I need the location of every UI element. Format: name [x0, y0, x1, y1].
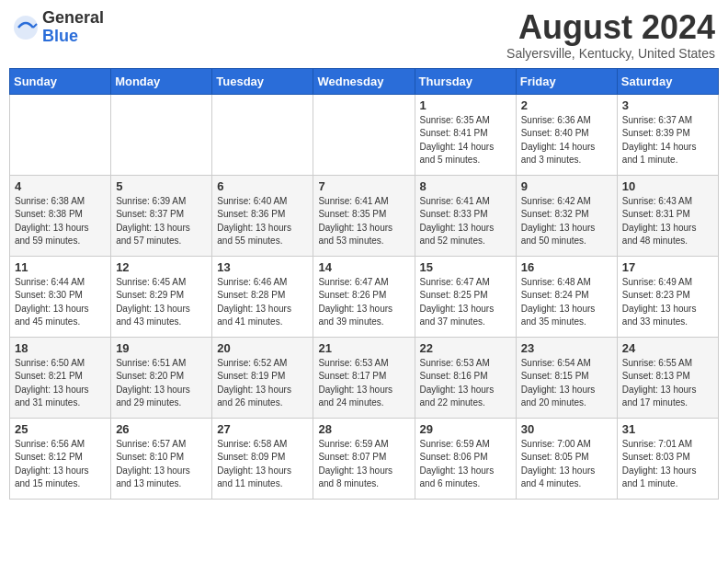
month-year-title: August 2024	[506, 9, 715, 46]
cell-info: Sunrise: 6:43 AM Sunset: 8:31 PM Dayligh…	[622, 195, 713, 248]
day-header-friday: Friday	[516, 68, 617, 94]
calendar-cell: 3Sunrise: 6:37 AM Sunset: 8:39 PM Daylig…	[617, 94, 718, 175]
day-number: 10	[622, 179, 713, 193]
week-row-3: 11Sunrise: 6:44 AM Sunset: 8:30 PM Dayli…	[10, 256, 719, 337]
cell-info: Sunrise: 6:41 AM Sunset: 8:35 PM Dayligh…	[318, 195, 409, 248]
calendar-cell: 15Sunrise: 6:47 AM Sunset: 8:25 PM Dayli…	[415, 256, 516, 337]
day-number: 16	[521, 260, 612, 274]
day-number: 31	[622, 422, 713, 436]
day-number: 3	[622, 98, 713, 112]
logo-general: General	[42, 9, 104, 28]
calendar-cell: 19Sunrise: 6:51 AM Sunset: 8:20 PM Dayli…	[111, 337, 212, 418]
day-number: 26	[116, 422, 207, 436]
day-header-wednesday: Wednesday	[313, 68, 415, 94]
calendar-cell: 20Sunrise: 6:52 AM Sunset: 8:19 PM Dayli…	[212, 337, 313, 418]
cell-info: Sunrise: 6:51 AM Sunset: 8:20 PM Dayligh…	[116, 357, 207, 410]
cell-info: Sunrise: 6:37 AM Sunset: 8:39 PM Dayligh…	[622, 114, 713, 167]
day-number: 6	[217, 179, 308, 193]
cell-info: Sunrise: 6:40 AM Sunset: 8:36 PM Dayligh…	[217, 195, 308, 248]
cell-info: Sunrise: 6:45 AM Sunset: 8:29 PM Dayligh…	[116, 276, 207, 329]
cell-info: Sunrise: 6:52 AM Sunset: 8:19 PM Dayligh…	[217, 357, 308, 410]
calendar-cell: 13Sunrise: 6:46 AM Sunset: 8:28 PM Dayli…	[212, 256, 313, 337]
cell-info: Sunrise: 6:50 AM Sunset: 8:21 PM Dayligh…	[15, 357, 106, 410]
calendar-cell	[10, 94, 111, 175]
day-header-sunday: Sunday	[10, 68, 111, 94]
day-number: 25	[15, 422, 106, 436]
cell-info: Sunrise: 6:58 AM Sunset: 8:09 PM Dayligh…	[217, 438, 308, 491]
cell-info: Sunrise: 6:39 AM Sunset: 8:37 PM Dayligh…	[116, 195, 207, 248]
calendar-cell: 6Sunrise: 6:40 AM Sunset: 8:36 PM Daylig…	[212, 175, 313, 256]
cell-info: Sunrise: 6:54 AM Sunset: 8:15 PM Dayligh…	[521, 357, 612, 410]
calendar-cell: 21Sunrise: 6:53 AM Sunset: 8:17 PM Dayli…	[313, 337, 415, 418]
cell-info: Sunrise: 6:41 AM Sunset: 8:33 PM Dayligh…	[420, 195, 511, 248]
calendar-cell: 25Sunrise: 6:56 AM Sunset: 8:12 PM Dayli…	[10, 418, 111, 499]
calendar-cell	[212, 94, 313, 175]
week-row-2: 4Sunrise: 6:38 AM Sunset: 8:38 PM Daylig…	[10, 175, 719, 256]
calendar-cell	[111, 94, 212, 175]
day-number: 14	[318, 260, 409, 274]
cell-info: Sunrise: 6:49 AM Sunset: 8:23 PM Dayligh…	[622, 276, 713, 329]
cell-info: Sunrise: 6:44 AM Sunset: 8:30 PM Dayligh…	[15, 276, 106, 329]
cell-info: Sunrise: 6:59 AM Sunset: 8:06 PM Dayligh…	[420, 438, 511, 491]
title-block: August 2024 Salyersville, Kentucky, Unit…	[506, 9, 715, 61]
calendar-cell: 29Sunrise: 6:59 AM Sunset: 8:06 PM Dayli…	[415, 418, 516, 499]
day-header-thursday: Thursday	[415, 68, 516, 94]
day-number: 23	[521, 341, 612, 355]
calendar-cell: 18Sunrise: 6:50 AM Sunset: 8:21 PM Dayli…	[10, 337, 111, 418]
day-number: 17	[622, 260, 713, 274]
calendar-cell: 17Sunrise: 6:49 AM Sunset: 8:23 PM Dayli…	[617, 256, 718, 337]
cell-info: Sunrise: 6:55 AM Sunset: 8:13 PM Dayligh…	[622, 357, 713, 410]
day-number: 5	[116, 179, 207, 193]
calendar-cell	[313, 94, 415, 175]
day-header-monday: Monday	[111, 68, 212, 94]
day-header-tuesday: Tuesday	[212, 68, 313, 94]
day-number: 29	[420, 422, 511, 436]
day-number: 20	[217, 341, 308, 355]
calendar-cell: 10Sunrise: 6:43 AM Sunset: 8:31 PM Dayli…	[617, 175, 718, 256]
day-number: 9	[521, 179, 612, 193]
cell-info: Sunrise: 6:46 AM Sunset: 8:28 PM Dayligh…	[217, 276, 308, 329]
calendar-cell: 24Sunrise: 6:55 AM Sunset: 8:13 PM Dayli…	[617, 337, 718, 418]
cell-info: Sunrise: 6:42 AM Sunset: 8:32 PM Dayligh…	[521, 195, 612, 248]
calendar-cell: 31Sunrise: 7:01 AM Sunset: 8:03 PM Dayli…	[617, 418, 718, 499]
day-number: 19	[116, 341, 207, 355]
location-subtitle: Salyersville, Kentucky, United States	[506, 46, 715, 61]
day-number: 21	[318, 341, 409, 355]
calendar-cell: 2Sunrise: 6:36 AM Sunset: 8:40 PM Daylig…	[516, 94, 617, 175]
cell-info: Sunrise: 6:48 AM Sunset: 8:24 PM Dayligh…	[521, 276, 612, 329]
logo: General Blue	[13, 9, 104, 46]
day-number: 28	[318, 422, 409, 436]
calendar-cell: 8Sunrise: 6:41 AM Sunset: 8:33 PM Daylig…	[415, 175, 516, 256]
page-header: General Blue August 2024 Salyersville, K…	[9, 9, 719, 61]
calendar-cell: 30Sunrise: 7:00 AM Sunset: 8:05 PM Dayli…	[516, 418, 617, 499]
day-header-saturday: Saturday	[617, 68, 718, 94]
logo-text: General Blue	[42, 9, 104, 46]
day-number: 30	[521, 422, 612, 436]
cell-info: Sunrise: 6:35 AM Sunset: 8:41 PM Dayligh…	[420, 114, 511, 167]
calendar-cell: 23Sunrise: 6:54 AM Sunset: 8:15 PM Dayli…	[516, 337, 617, 418]
calendar-table: SundayMondayTuesdayWednesdayThursdayFrid…	[9, 68, 719, 500]
day-number: 4	[15, 179, 106, 193]
cell-info: Sunrise: 6:38 AM Sunset: 8:38 PM Dayligh…	[15, 195, 106, 248]
calendar-cell: 28Sunrise: 6:59 AM Sunset: 8:07 PM Dayli…	[313, 418, 415, 499]
logo-blue: Blue	[42, 28, 104, 46]
logo-icon	[13, 15, 39, 40]
calendar-cell: 9Sunrise: 6:42 AM Sunset: 8:32 PM Daylig…	[516, 175, 617, 256]
calendar-cell: 16Sunrise: 6:48 AM Sunset: 8:24 PM Dayli…	[516, 256, 617, 337]
day-number: 1	[420, 98, 511, 112]
cell-info: Sunrise: 6:53 AM Sunset: 8:17 PM Dayligh…	[318, 357, 409, 410]
day-number: 12	[116, 260, 207, 274]
day-number: 15	[420, 260, 511, 274]
calendar-cell: 5Sunrise: 6:39 AM Sunset: 8:37 PM Daylig…	[111, 175, 212, 256]
day-number: 8	[420, 179, 511, 193]
cell-info: Sunrise: 6:53 AM Sunset: 8:16 PM Dayligh…	[420, 357, 511, 410]
calendar-cell: 1Sunrise: 6:35 AM Sunset: 8:41 PM Daylig…	[415, 94, 516, 175]
calendar-cell: 27Sunrise: 6:58 AM Sunset: 8:09 PM Dayli…	[212, 418, 313, 499]
cell-info: Sunrise: 6:57 AM Sunset: 8:10 PM Dayligh…	[116, 438, 207, 491]
day-number: 22	[420, 341, 511, 355]
cell-info: Sunrise: 6:36 AM Sunset: 8:40 PM Dayligh…	[521, 114, 612, 167]
day-number: 7	[318, 179, 409, 193]
cell-info: Sunrise: 6:47 AM Sunset: 8:26 PM Dayligh…	[318, 276, 409, 329]
cell-info: Sunrise: 6:47 AM Sunset: 8:25 PM Dayligh…	[420, 276, 511, 329]
calendar-cell: 4Sunrise: 6:38 AM Sunset: 8:38 PM Daylig…	[10, 175, 111, 256]
